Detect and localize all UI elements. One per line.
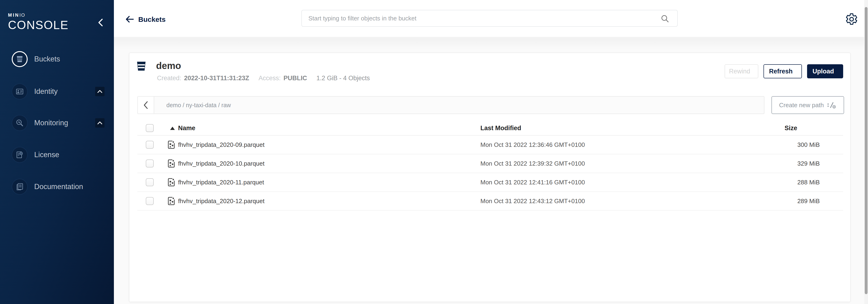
object-name: fhvhv_tripdata_2020-11.parquet <box>178 179 264 186</box>
object-last-modified: Mon Oct 31 2022 12:39:32 GMT+0100 <box>480 160 585 167</box>
refresh-label: Refresh <box>769 68 793 75</box>
table-row[interactable]: fhvhv_tripdata_2020-11.parquet Mon Oct 3… <box>137 173 843 192</box>
row-checkbox[interactable] <box>146 197 154 205</box>
rewind-label: Rewind <box>729 68 750 75</box>
sidebar-item-license[interactable]: License <box>0 142 114 168</box>
sidebar-item-identity[interactable]: Identity <box>0 78 114 105</box>
sort-ascending-icon <box>170 127 175 130</box>
minio-console-logo: MINIO CONSOLE <box>8 13 69 31</box>
column-header-size: Size <box>784 125 797 132</box>
bucket-icon <box>136 61 147 71</box>
search-input[interactable] <box>302 10 677 26</box>
column-header-last-modified: Last Modified <box>480 125 521 132</box>
row-checkbox[interactable] <box>146 178 154 186</box>
bucket-usage: 1.2 GiB - 4 Objects <box>316 75 370 82</box>
bucket-browser-card: demo Created: 2022-10-31T11:31:23Z Acces… <box>129 53 851 302</box>
breadcrumb-buckets-link[interactable]: Buckets <box>138 16 166 24</box>
object-name: fhvhv_tripdata_2020-12.parquet <box>178 197 265 205</box>
sidebar-item-label: Documentation <box>34 183 83 191</box>
product-name: CONSOLE <box>8 19 69 31</box>
identity-card-icon <box>12 83 28 100</box>
object-filter-search <box>301 10 678 27</box>
sidebar-item-label: Buckets <box>34 55 60 63</box>
documentation-book-icon <box>12 179 28 195</box>
parquet-file-icon <box>168 178 175 187</box>
upload-button[interactable]: Upload <box>807 64 843 78</box>
sidebar: MINIO CONSOLE Buckets Identity Monitorin… <box>0 0 114 304</box>
back-arrow-icon[interactable] <box>125 14 135 24</box>
breadcrumb[interactable]: demo / ny-taxi-data / raw <box>166 102 231 109</box>
top-bar-shadow <box>114 38 868 49</box>
parquet-file-icon <box>168 197 175 205</box>
refresh-button[interactable]: Refresh <box>764 64 802 78</box>
bucket-meta: Created: 2022-10-31T11:31:23Z Access: PU… <box>157 75 370 82</box>
parquet-file-icon <box>168 159 175 168</box>
rewind-button[interactable]: Rewind <box>724 64 758 78</box>
minio-console-app: MINIO CONSOLE Buckets Identity Monitorin… <box>0 0 868 304</box>
path-back-chevron[interactable] <box>138 96 154 113</box>
parquet-file-icon <box>168 140 175 149</box>
object-last-modified: Mon Oct 31 2022 12:41:16 GMT+0100 <box>480 179 585 186</box>
chevron-up-icon[interactable] <box>95 118 104 128</box>
license-doc-check-icon <box>12 147 28 163</box>
table-header-row: Name Last Modified Size <box>137 121 843 136</box>
chevron-left-icon <box>143 101 148 109</box>
object-last-modified: Mon Oct 31 2022 12:43:12 GMT+0100 <box>480 197 585 205</box>
create-path-label: Create new path <box>779 102 824 109</box>
object-last-modified: Mon Oct 31 2022 12:36:46 GMT+0100 <box>480 141 585 148</box>
bucket-title: demo <box>156 60 181 71</box>
sidebar-item-documentation[interactable]: Documentation <box>0 173 114 200</box>
gear-icon[interactable] <box>845 13 858 26</box>
chevron-up-icon[interactable] <box>95 87 104 96</box>
column-header-name[interactable]: Name <box>178 125 195 132</box>
bucket-actions: Rewind Refresh Upload <box>724 64 843 78</box>
search-icon <box>660 14 670 24</box>
created-label: Created: <box>157 75 181 82</box>
brand-light: IO <box>20 12 25 18</box>
create-new-path-button[interactable]: Create new path <box>771 96 844 114</box>
object-size: 289 MiB <box>798 197 820 205</box>
sidebar-item-buckets[interactable]: Buckets <box>0 46 114 72</box>
access-value: PUBLIC <box>284 75 307 82</box>
table-row[interactable]: fhvhv_tripdata_2020-12.parquet Mon Oct 3… <box>137 192 843 211</box>
table-row[interactable]: fhvhv_tripdata_2020-09.parquet Mon Oct 3… <box>137 136 843 154</box>
object-size: 300 MiB <box>798 141 820 148</box>
sidebar-item-label: Identity <box>34 87 58 96</box>
upload-label: Upload <box>812 68 834 75</box>
access-label: Access: <box>258 75 281 82</box>
select-all-checkbox[interactable] <box>146 124 154 132</box>
row-checkbox[interactable] <box>146 160 154 167</box>
monitoring-magnifier-icon <box>12 115 28 131</box>
sidebar-item-label: Monitoring <box>34 119 68 127</box>
table-row[interactable]: fhvhv_tripdata_2020-10.parquet Mon Oct 3… <box>137 154 843 173</box>
vertical-scrollbar <box>864 0 868 304</box>
object-size: 288 MiB <box>798 179 820 186</box>
created-value: 2022-10-31T11:31:23Z <box>184 75 249 82</box>
sidebar-collapse-icon[interactable] <box>97 18 104 27</box>
sidebar-item-label: License <box>34 150 59 159</box>
new-path-icon <box>827 102 836 109</box>
brand-bold: MIN <box>8 12 20 18</box>
path-bar: demo / ny-taxi-data / raw <box>137 96 765 114</box>
sidebar-item-monitoring[interactable]: Monitoring <box>0 110 114 136</box>
object-name: fhvhv_tripdata_2020-09.parquet <box>178 141 265 148</box>
scrollbar-thumb[interactable] <box>865 7 868 294</box>
object-name: fhvhv_tripdata_2020-10.parquet <box>178 160 265 167</box>
brand-name: MINIO <box>8 13 69 17</box>
row-checkbox[interactable] <box>146 141 154 149</box>
bucket-icon <box>12 51 28 67</box>
object-size: 329 MiB <box>798 160 820 167</box>
